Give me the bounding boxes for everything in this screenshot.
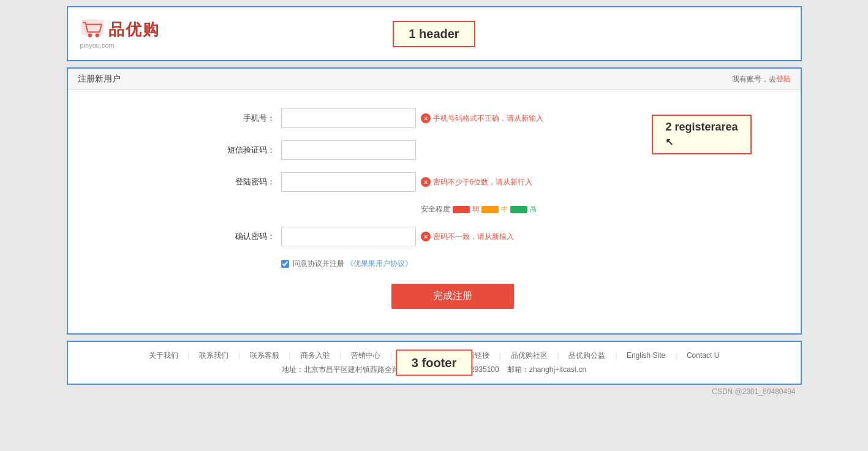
confirm-label: 确认密码： bbox=[220, 231, 281, 242]
confirm-input[interactable] bbox=[281, 227, 416, 246]
phone-error-icon: ✕ bbox=[421, 113, 431, 123]
phone-error-text: 手机号码格式不正确，请从新输入 bbox=[433, 113, 543, 124]
sec-bar-low bbox=[453, 206, 470, 213]
footer-link-community[interactable]: 品优购社区 bbox=[511, 351, 548, 360]
submit-button[interactable]: 完成注册 bbox=[391, 284, 514, 309]
footer-link-english[interactable]: English Site bbox=[627, 351, 665, 360]
submit-row: 完成注册 bbox=[257, 284, 649, 309]
cart-icon bbox=[80, 19, 105, 40]
security-level: 安全程度 弱 中 高 bbox=[421, 204, 537, 214]
footer-link-about[interactable]: 关于我们 bbox=[149, 351, 178, 360]
footer-label-box: 3 footer bbox=[396, 350, 472, 376]
phone-label: 手机号： bbox=[220, 113, 281, 124]
footer-link-business[interactable]: 商务入驻 bbox=[301, 351, 330, 360]
register-title: 注册新用户 bbox=[78, 74, 121, 85]
logo-icon: 品优购 bbox=[80, 19, 160, 40]
cursor-icon: ↖ bbox=[665, 136, 673, 148]
confirm-row: 确认密码： ✕ 密码不一致，请从新输入 bbox=[220, 227, 649, 246]
csdn-watermark: CSDN @2301_80480494 bbox=[67, 385, 802, 398]
footer-link-marketing[interactable]: 营销中心 bbox=[351, 351, 380, 360]
phone-input[interactable] bbox=[281, 108, 416, 128]
password-input[interactable] bbox=[281, 172, 416, 192]
sec-bar-mid bbox=[481, 206, 499, 213]
footer-link-contact[interactable]: 联系我们 bbox=[199, 351, 228, 360]
login-link[interactable]: 登陆 bbox=[776, 75, 791, 83]
phone-row: 手机号： ✕ 手机号码格式不正确，请从新输入 bbox=[220, 108, 649, 128]
password-label: 登陆密码： bbox=[220, 176, 281, 188]
footer-section: 关于我们 ｜ 联系我们 ｜ 联系客服 ｜ 商务入驻 ｜ 营销中心 ｜ 手机品优购… bbox=[67, 341, 802, 385]
agree-row: 同意协议并注册 《优果果用户协议》 bbox=[281, 259, 649, 269]
sms-label: 短信验证码： bbox=[220, 145, 281, 156]
logo-text-en: pinyou.com bbox=[80, 42, 115, 49]
footer-link-contact-u[interactable]: Contact U bbox=[687, 351, 719, 360]
security-row: 安全程度 弱 中 高 bbox=[220, 204, 649, 214]
password-error-icon: ✕ bbox=[421, 177, 431, 187]
footer-link-charity[interactable]: 品优购公益 bbox=[568, 351, 605, 360]
header-section: 品优购 pinyou.com 1 header bbox=[67, 6, 802, 61]
confirm-error-icon: ✕ bbox=[421, 232, 431, 241]
agree-checkbox[interactable] bbox=[281, 260, 289, 268]
header-label-box: 1 header bbox=[393, 21, 475, 47]
sec-text-high: 高 bbox=[530, 205, 537, 214]
register-section: 注册新用户 我有账号，去登陆 2 registerarea ↖ 手机号： ✕ 手… bbox=[67, 67, 802, 335]
agree-text: 同意协议并注册 《优果果用户协议》 bbox=[293, 259, 412, 269]
footer-link-service[interactable]: 联系客服 bbox=[250, 351, 279, 360]
form-area: 手机号： ✕ 手机号码格式不正确，请从新输入 短信验证码： 登陆密码： ✕ 密码… bbox=[220, 108, 649, 309]
logo-area: 品优购 pinyou.com bbox=[80, 19, 160, 49]
agree-link[interactable]: 《优果果用户协议》 bbox=[346, 259, 412, 268]
register-label-box: 2 registerarea ↖ bbox=[652, 115, 751, 154]
svg-point-1 bbox=[88, 34, 92, 37]
svg-point-2 bbox=[95, 34, 99, 37]
password-error-text: 密码不少于6位数，请从新行入 bbox=[433, 177, 533, 188]
sms-input[interactable] bbox=[281, 140, 416, 160]
register-header: 注册新用户 我有账号，去登陆 bbox=[68, 69, 801, 90]
logo-text-cn: 品优购 bbox=[108, 19, 160, 40]
sec-text-low: 弱 bbox=[472, 205, 479, 214]
password-row: 登陆密码： ✕ 密码不少于6位数，请从新行入 bbox=[220, 172, 649, 192]
sec-text-mid: 中 bbox=[501, 205, 508, 214]
security-label: 安全程度 bbox=[421, 204, 450, 214]
login-link-text: 我有账号，去登陆 bbox=[732, 74, 791, 85]
sms-row: 短信验证码： bbox=[220, 140, 649, 160]
sec-bar-high bbox=[510, 206, 527, 213]
register-body: 2 registerarea ↖ 手机号： ✕ 手机号码格式不正确，请从新输入 … bbox=[68, 90, 801, 333]
confirm-error-text: 密码不一致，请从新输入 bbox=[433, 232, 514, 242]
